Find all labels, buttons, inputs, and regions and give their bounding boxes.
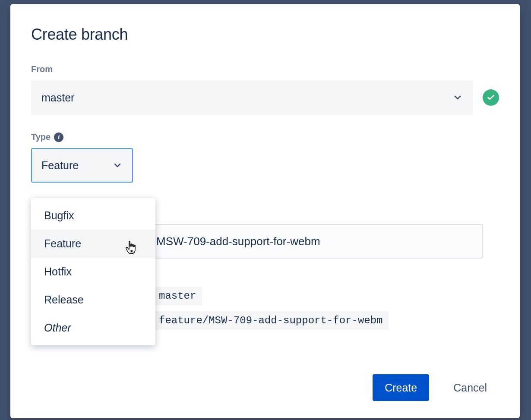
cancel-button[interactable]: Cancel — [441, 374, 499, 401]
from-select[interactable]: master — [31, 80, 473, 115]
info-icon[interactable]: i — [54, 133, 63, 142]
type-label: Type i — [31, 132, 499, 142]
from-label: From — [31, 64, 499, 74]
dialog-title: Create branch — [31, 25, 499, 44]
from-value: master — [41, 92, 74, 104]
dialog-buttons: Create Cancel — [373, 374, 499, 401]
type-option-hotfix[interactable]: Hotfix — [31, 258, 155, 286]
type-option-other[interactable]: Other — [31, 314, 155, 342]
chevron-down-icon — [452, 92, 463, 103]
create-branch-dialog: Create branch From master Type i Feature — [10, 4, 520, 418]
code-row-feature: feature/MSW-709-add-support-for-webm — [153, 311, 389, 330]
type-option-feature[interactable]: Feature — [31, 230, 155, 258]
code-row-master: master — [153, 287, 202, 305]
cursor-pointer-icon — [125, 240, 137, 255]
branch-name-value: MSW-709-add-support-for-webm — [156, 235, 320, 248]
check-badge-icon — [483, 89, 499, 106]
chevron-down-icon — [112, 160, 123, 171]
type-group: Type i Feature — [31, 132, 499, 183]
type-dropdown: Bugfix Feature Hotfix Release Other — [31, 198, 155, 345]
code-feature: feature/MSW-709-add-support-for-webm — [153, 311, 389, 330]
type-option-release[interactable]: Release — [31, 286, 155, 314]
type-option-bugfix[interactable]: Bugfix — [31, 202, 155, 230]
type-value: Feature — [41, 159, 79, 172]
code-master: master — [153, 287, 202, 305]
from-group: From master — [31, 64, 499, 115]
type-select[interactable]: Feature — [31, 148, 133, 183]
create-button[interactable]: Create — [373, 374, 429, 401]
